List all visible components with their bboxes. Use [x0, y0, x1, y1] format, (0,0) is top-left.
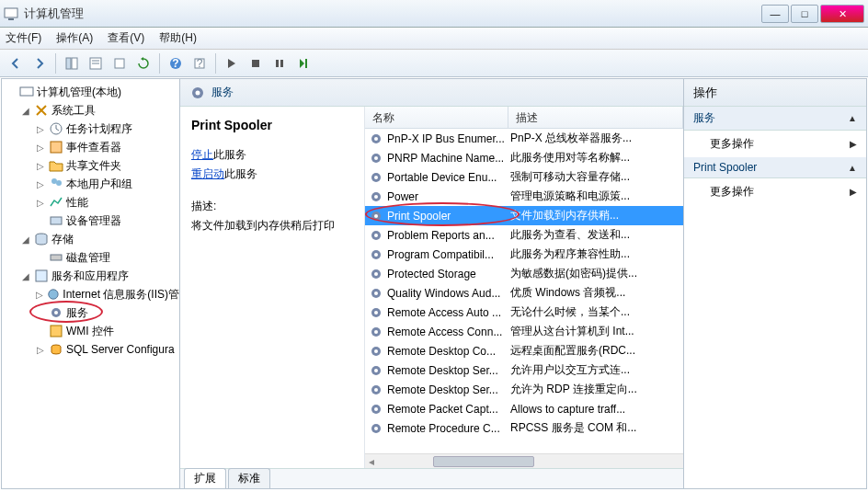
gear-icon	[369, 305, 383, 320]
svg-point-43	[374, 234, 378, 237]
start-service-button[interactable]	[222, 53, 242, 74]
tab-standard[interactable]: 标准	[228, 468, 270, 488]
service-row[interactable]: Remote Packet Capt...Allows to capture t…	[365, 399, 683, 418]
service-row[interactable]: Problem Reports an...此服务为查看、发送和...	[365, 225, 683, 245]
help2-button[interactable]: ?	[189, 53, 210, 74]
actions-section-selected[interactable]: Print Spooler▲	[684, 157, 866, 178]
horizontal-scrollbar[interactable]: ◂	[365, 453, 683, 468]
toolbar: ? ?	[0, 50, 868, 77]
service-row[interactable]: Remote Desktop Ser...允许用户以交互方式连...	[365, 360, 683, 380]
tree-wmi[interactable]: WMI 控件	[2, 322, 179, 340]
console-tree[interactable]: 计算机管理(本地) ◢系统工具 ▷任务计划程序 ▷事件查看器 ▷共享文件夹 ▷本…	[2, 79, 180, 488]
tree-task-scheduler[interactable]: ▷任务计划程序	[2, 120, 179, 138]
menu-file[interactable]: 文件(F)	[6, 30, 41, 46]
svg-point-63	[374, 427, 378, 430]
service-name: Quality Windows Aud...	[387, 287, 510, 300]
show-hide-tree-button[interactable]	[62, 53, 82, 74]
gear-icon	[369, 247, 383, 262]
tree-event-viewer[interactable]: ▷事件查看器	[2, 138, 179, 156]
svg-point-31	[196, 90, 200, 95]
maximize-button[interactable]: □	[791, 5, 818, 23]
tree-services-apps[interactable]: ◢服务和应用程序	[2, 267, 179, 285]
gear-icon	[369, 402, 383, 417]
pause-service-button[interactable]	[269, 53, 290, 74]
minimize-button[interactable]: —	[761, 5, 789, 23]
service-row[interactable]: PNRP Machine Name...此服务使用对等名称解...	[365, 148, 683, 167]
svg-rect-7	[115, 59, 124, 68]
svg-rect-18	[51, 142, 62, 153]
restart-service-button[interactable]	[293, 53, 314, 74]
service-row[interactable]: Program Compatibil...此服务为程序兼容性助...	[365, 245, 683, 264]
close-button[interactable]: ✕	[820, 5, 864, 23]
event-icon	[49, 140, 63, 154]
service-row[interactable]: Remote Desktop Ser...允许为 RDP 连接重定向...	[365, 380, 683, 399]
svg-point-39	[374, 195, 378, 199]
forward-button[interactable]	[29, 53, 50, 74]
service-name: Remote Procedure C...	[387, 422, 510, 435]
service-desc: 允许用户以交互方式连...	[510, 362, 683, 378]
service-name: Remote Access Conn...	[387, 326, 510, 338]
service-row[interactable]: Remote Procedure C...RPCSS 服务是 COM 和...	[365, 418, 683, 438]
refresh-button[interactable]	[133, 53, 154, 74]
service-name: Protected Storage	[387, 268, 510, 280]
service-row[interactable]: Protected Storage为敏感数据(如密码)提供...	[365, 264, 683, 283]
service-desc: RPCSS 服务是 COM 和...	[510, 420, 683, 436]
service-row[interactable]: Remote Access Auto ...无论什么时候，当某个...	[365, 303, 683, 322]
tree-root[interactable]: 计算机管理(本地)	[2, 83, 179, 101]
tree-services[interactable]: 服务	[2, 303, 179, 322]
svg-point-41	[374, 214, 378, 218]
tree-storage[interactable]: ◢存储	[2, 230, 179, 248]
tree-system-tools[interactable]: ◢系统工具	[2, 101, 179, 120]
service-name: Problem Reports an...	[387, 229, 510, 242]
service-desc: 文件加载到内存供稍...	[510, 208, 683, 223]
service-name: Remote Desktop Co...	[387, 345, 510, 358]
gear-icon	[369, 151, 383, 166]
restart-link[interactable]: 重启动	[191, 167, 224, 180]
content-area: 计算机管理(本地) ◢系统工具 ▷任务计划程序 ▷事件查看器 ▷共享文件夹 ▷本…	[1, 78, 867, 489]
gear-icon	[369, 344, 383, 359]
actions-more-2[interactable]: 更多操作▶	[684, 178, 866, 205]
svg-rect-16	[20, 87, 33, 96]
menu-action[interactable]: 操作(A)	[56, 30, 93, 46]
clock-icon	[49, 121, 63, 136]
tab-extended[interactable]: 扩展	[184, 468, 226, 488]
selected-service-name: Print Spooler	[191, 118, 353, 132]
tree-device-manager[interactable]: 设备管理器	[2, 211, 179, 230]
menu-view[interactable]: 查看(V)	[108, 30, 144, 46]
service-row[interactable]: Quality Windows Aud...优质 Windows 音频视...	[365, 283, 683, 303]
svg-rect-3	[72, 58, 77, 69]
menu-help[interactable]: 帮助(H)	[159, 30, 197, 46]
tree-shared-folders[interactable]: ▷共享文件夹	[2, 156, 179, 175]
service-row[interactable]: Portable Device Enu...强制可移动大容量存储...	[365, 167, 683, 187]
service-row[interactable]: Remote Access Conn...管理从这台计算机到 Int...	[365, 322, 683, 341]
properties-button[interactable]	[86, 53, 106, 74]
back-button[interactable]	[6, 53, 26, 74]
tree-disk-mgmt[interactable]: 磁盘管理	[2, 248, 179, 267]
service-row[interactable]: PnP-X IP Bus Enumer...PnP-X 总线枚举器服务...	[365, 129, 683, 148]
stop-link[interactable]: 停止	[191, 148, 213, 161]
svg-point-33	[374, 137, 378, 141]
help-button[interactable]: ?	[166, 53, 186, 74]
stop-service-button[interactable]	[246, 53, 266, 74]
col-desc[interactable]: 描述	[508, 107, 683, 128]
service-row[interactable]: Power管理电源策略和电源策...	[365, 187, 683, 206]
actions-section-services[interactable]: 服务▲	[684, 107, 866, 131]
svg-point-27	[54, 311, 58, 314]
services-list[interactable]: 名称 描述 PnP-X IP Bus Enumer...PnP-X 总线枚举器服…	[364, 107, 683, 468]
tree-sql-config[interactable]: ▷SQL Server Configura	[2, 340, 179, 359]
svg-rect-15	[305, 59, 307, 68]
svg-point-55	[374, 349, 378, 353]
tree-iis[interactable]: ▷Internet 信息服务(IIS)管	[2, 285, 179, 303]
tree-performance[interactable]: ▷性能	[2, 193, 179, 211]
service-name: Portable Device Enu...	[387, 171, 510, 184]
svg-rect-13	[276, 60, 279, 67]
submenu-icon: ▶	[850, 139, 857, 149]
actions-more-1[interactable]: 更多操作▶	[684, 131, 866, 157]
export-button[interactable]	[109, 53, 130, 74]
service-name: Remote Desktop Ser...	[387, 383, 510, 396]
svg-point-61	[374, 407, 378, 411]
service-row[interactable]: Print Spooler 文件加载到内存供稍...	[365, 206, 683, 225]
col-name[interactable]: 名称	[365, 107, 508, 128]
tree-local-users[interactable]: ▷本地用户和组	[2, 175, 179, 193]
service-row[interactable]: Remote Desktop Co...远程桌面配置服务(RDC...	[365, 341, 683, 360]
